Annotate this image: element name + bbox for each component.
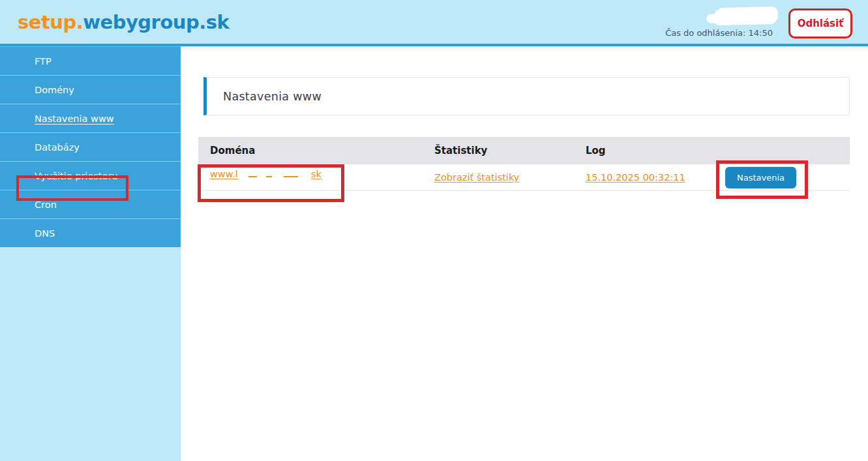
domains-table: Doména Štatistiky Log www.lsk Zobraziť š… — [198, 137, 850, 191]
stats-cell: Zobraziť štatistiky — [423, 172, 574, 183]
redacted-domain-segment — [238, 176, 311, 186]
sidebar-item-label: FTP — [35, 56, 52, 67]
sidebar-item-ftp[interactable]: FTP — [0, 46, 181, 75]
domain-prefix: www.l — [210, 169, 238, 179]
sidebar-nav: E-mail ▼ Domény a hosting ▲ FTP Domény N… — [0, 46, 181, 461]
domain-suffix: sk — [311, 169, 322, 179]
table-header-row: Doména Štatistiky Log — [198, 137, 850, 164]
logout-button[interactable]: Odhlásiť — [788, 8, 852, 38]
sidebar-item-nastavenia-www[interactable]: Nastavenia www — [0, 104, 181, 132]
page-title: Nastavenia www — [223, 90, 322, 103]
page-title-card: Nastavenia www — [203, 77, 850, 115]
logo-prefix: setup. — [18, 11, 83, 33]
sidebar-item-label: Využitie priestoru — [35, 171, 118, 181]
session-countdown: Čas do odhlásenia: 14:50 — [665, 28, 773, 38]
sidebar-item-domeny[interactable]: Domény — [0, 75, 181, 104]
actions-cell: Nastavenia — [711, 167, 850, 188]
domain-link[interactable]: www.lsk — [210, 169, 322, 186]
sidebar-item-databazy[interactable]: Databázy — [0, 132, 181, 161]
redacted-username — [714, 7, 779, 26]
sidebar-item-dns[interactable]: DNS — [0, 218, 181, 247]
site-logo[interactable]: setup.webygroup.sk — [18, 11, 229, 33]
page: setup.webygroup.sk Čas do odhlásenia: 14… — [0, 0, 868, 461]
table-row: www.lsk Zobraziť štatistiky 15.10.2025 0… — [198, 164, 850, 191]
sidebar-item-label: Cron — [35, 200, 57, 210]
show-statistics-link[interactable]: Zobraziť štatistiky — [434, 172, 519, 183]
column-header-log: Log — [574, 145, 711, 156]
sidebar-item-vyuzitie-priestoru[interactable]: Využitie priestoru — [0, 161, 181, 190]
column-header-stats: Štatistiky — [423, 145, 574, 156]
sidebar-footer-strip — [0, 247, 181, 461]
top-header: setup.webygroup.sk Čas do odhlásenia: 14… — [0, 0, 868, 46]
column-header-domain: Doména — [198, 145, 423, 156]
settings-button[interactable]: Nastavenia — [725, 167, 796, 188]
main-content: Nastavenia www Doména Štatistiky Log www… — [181, 46, 868, 461]
domain-cell: www.lsk — [198, 169, 423, 186]
sidebar-item-label: Domény — [35, 85, 74, 95]
log-cell: 15.10.2025 00:32:11 — [574, 172, 711, 183]
sidebar-item-label: DNS — [35, 228, 55, 239]
sidebar-item-label: Databázy — [35, 142, 80, 153]
log-timestamp-link[interactable]: 15.10.2025 00:32:11 — [586, 172, 685, 183]
sidebar-item-label: Nastavenia www — [35, 113, 114, 124]
sidebar-item-cron[interactable]: Cron — [0, 190, 181, 218]
logo-suffix: webygroup.sk — [83, 11, 229, 33]
